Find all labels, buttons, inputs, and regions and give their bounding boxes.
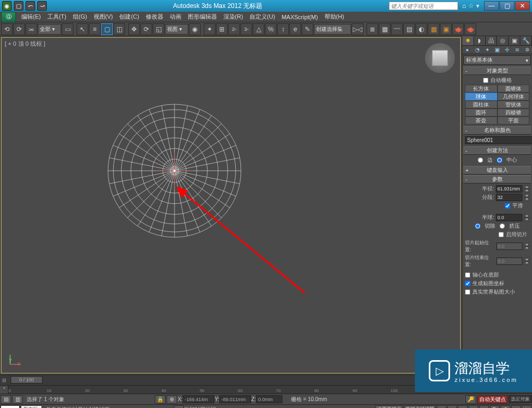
sub-space[interactable]: ≋ bbox=[512, 46, 522, 54]
menu-customize[interactable]: 自定义(U) bbox=[246, 12, 278, 22]
kbd-icon[interactable]: ⊞ bbox=[216, 23, 228, 35]
e-icon[interactable]: e bbox=[289, 23, 301, 35]
app-icon[interactable]: ◉ bbox=[2, 1, 12, 11]
sub-shapes[interactable]: ◔ bbox=[472, 46, 483, 54]
link-icon[interactable]: ⫘ bbox=[26, 23, 37, 35]
smooth-checkbox[interactable] bbox=[505, 203, 510, 209]
viewcube[interactable]: 上 bbox=[425, 43, 455, 73]
sub-geometry[interactable]: ● bbox=[462, 46, 472, 54]
menu-edit[interactable]: 编辑(E) bbox=[18, 12, 44, 22]
prim-cone[interactable]: 圆锥体 bbox=[497, 85, 530, 93]
render2-icon[interactable]: 🫖 bbox=[464, 23, 476, 35]
sub-helpers[interactable]: ✢ bbox=[502, 46, 512, 54]
rotate-icon[interactable]: ⟳ bbox=[140, 23, 152, 35]
z-coord[interactable]: 0.0mm bbox=[256, 395, 282, 403]
menu-tools[interactable]: 工具(T) bbox=[44, 12, 70, 22]
prim-plane[interactable]: 平面 bbox=[497, 116, 530, 124]
play-start-icon[interactable]: ⏮ bbox=[437, 405, 446, 408]
hemisphere-spinner[interactable]: 0.0 bbox=[496, 214, 522, 221]
viewport-label[interactable]: [ + 0 顶 0 线框 ] bbox=[5, 40, 45, 48]
material-icon[interactable]: ◐ bbox=[415, 23, 427, 35]
sub-cameras[interactable]: ▣ bbox=[492, 46, 502, 54]
rollout-name-color[interactable]: -名称和颜色 bbox=[463, 126, 531, 135]
prim-pyramid[interactable]: 四棱锥 bbox=[497, 109, 530, 116]
rollout-parameters[interactable]: -参数 bbox=[463, 175, 531, 184]
prim-teapot[interactable]: 茶壶 bbox=[465, 116, 497, 124]
schematic-icon[interactable]: ▤ bbox=[403, 23, 415, 35]
rect-select-icon[interactable]: ▢ bbox=[101, 23, 113, 35]
snap3-icon[interactable]: 3▫ bbox=[240, 23, 252, 35]
tab-display[interactable]: ▣ bbox=[509, 36, 520, 45]
prim-tube[interactable]: 管状体 bbox=[497, 101, 530, 109]
coord-dropdown[interactable]: 视图 ▾ bbox=[165, 24, 188, 35]
menu-animation[interactable]: 动画 bbox=[167, 12, 185, 22]
asnap-icon[interactable]: △ bbox=[253, 23, 264, 35]
chop-radio[interactable] bbox=[475, 223, 480, 229]
realworld-checkbox[interactable] bbox=[465, 289, 470, 295]
menu-create[interactable]: 创建(C) bbox=[116, 12, 142, 22]
maxscript-btn[interactable]: ▤ bbox=[1, 395, 11, 404]
autogrid-checkbox[interactable] bbox=[483, 78, 488, 83]
squash-radio[interactable] bbox=[500, 223, 505, 229]
app-menu-button[interactable]: Ⓖ bbox=[1, 12, 16, 22]
nav-pan-icon[interactable]: ✋ bbox=[501, 405, 510, 408]
curve-icon[interactable]: 〰 bbox=[391, 23, 403, 35]
maximize-button[interactable]: ▢ bbox=[500, 1, 514, 11]
filter-dropdown[interactable]: 全部 ▾ bbox=[38, 24, 61, 35]
menu-modifiers[interactable]: 修改器 bbox=[143, 12, 167, 22]
sub-systems[interactable]: ✲ bbox=[522, 46, 532, 54]
x-coord[interactable]: -169.414m bbox=[182, 395, 214, 403]
time-slider-thumb[interactable]: 0 / 100 bbox=[11, 376, 43, 384]
prim-sphere[interactable]: 球体 bbox=[465, 93, 497, 101]
help-icon[interactable]: ☆ bbox=[468, 2, 474, 10]
rendersetup-icon[interactable]: ▦ bbox=[428, 23, 439, 35]
key-icon[interactable]: 🔑 bbox=[466, 395, 476, 404]
search-input[interactable] bbox=[389, 2, 458, 10]
open-icon[interactable]: ⤺ bbox=[26, 1, 35, 11]
prim-geosphere[interactable]: 几何球体 bbox=[497, 93, 530, 101]
move-icon[interactable]: ✥ bbox=[128, 23, 140, 35]
prim-cylinder[interactable]: 圆柱体 bbox=[465, 101, 497, 109]
tab-modify[interactable]: ◗ bbox=[474, 36, 486, 45]
segments-spinner[interactable]: 32 bbox=[496, 194, 522, 201]
byname-icon[interactable]: ≡ bbox=[89, 23, 101, 35]
menu-help[interactable]: 帮助(H) bbox=[321, 12, 347, 22]
close-button[interactable]: ✕ bbox=[515, 1, 530, 11]
scale-icon[interactable]: ◱ bbox=[153, 23, 164, 35]
viewport[interactable]: [ + 0 顶 0 线框 ] 上 y x bbox=[1, 37, 461, 373]
nav-zoom-icon[interactable]: 🔍 bbox=[490, 405, 500, 408]
menu-views[interactable]: 视图(V) bbox=[90, 12, 117, 22]
method-edge-radio[interactable] bbox=[478, 157, 483, 163]
nav-max-icon[interactable]: ▣ bbox=[522, 405, 531, 408]
play-icon[interactable]: ▶ bbox=[458, 405, 468, 408]
nav-orbit-icon[interactable]: ⟲ bbox=[511, 405, 521, 408]
new-icon[interactable]: ▢ bbox=[14, 1, 23, 11]
render-icon[interactable]: 🫖 bbox=[452, 23, 464, 35]
key-selset[interactable]: 选定对象 bbox=[509, 395, 532, 403]
align-icon[interactable]: ≣ bbox=[367, 23, 378, 35]
pivot-icon[interactable]: ◉ bbox=[189, 23, 201, 35]
lock-sel-icon[interactable]: 🔒 bbox=[155, 395, 165, 404]
method-center-radio[interactable] bbox=[497, 157, 502, 163]
lock-icon[interactable]: ▥ bbox=[12, 395, 23, 404]
autokey-button[interactable]: 自动关键点 bbox=[477, 395, 508, 404]
menu-group[interactable]: 组(G) bbox=[70, 12, 90, 22]
coord-icon[interactable]: ⊕ bbox=[167, 395, 177, 404]
base-pivot-checkbox[interactable] bbox=[465, 272, 470, 278]
category-dropdown[interactable]: 标准基本体▾ bbox=[463, 55, 531, 65]
setkey-button[interactable]: 设置关键点 bbox=[375, 405, 403, 408]
sub-lights[interactable]: ✦ bbox=[482, 46, 492, 54]
window-icon[interactable]: ◫ bbox=[113, 23, 125, 35]
rollout-creation-method[interactable]: -创建方法 bbox=[463, 146, 531, 155]
rollout-keyboard-entry[interactable]: +键盘输入 bbox=[463, 166, 531, 174]
save-icon[interactable]: ⤻ bbox=[37, 1, 47, 11]
tab-motion[interactable]: ◎ bbox=[497, 36, 509, 45]
tab-utilities[interactable]: 🔧 bbox=[520, 36, 532, 45]
object-name-input[interactable] bbox=[465, 136, 532, 144]
selection-set-dropdown[interactable]: 创建选择集 bbox=[314, 24, 351, 35]
slice-checkbox[interactable] bbox=[498, 232, 504, 237]
select-icon[interactable]: ▭ bbox=[62, 23, 73, 35]
play-end-icon[interactable]: ⏭ bbox=[479, 405, 489, 408]
menu-graph[interactable]: 图形编辑器 bbox=[185, 12, 220, 22]
arrow-icon[interactable]: ↖ bbox=[77, 23, 88, 35]
